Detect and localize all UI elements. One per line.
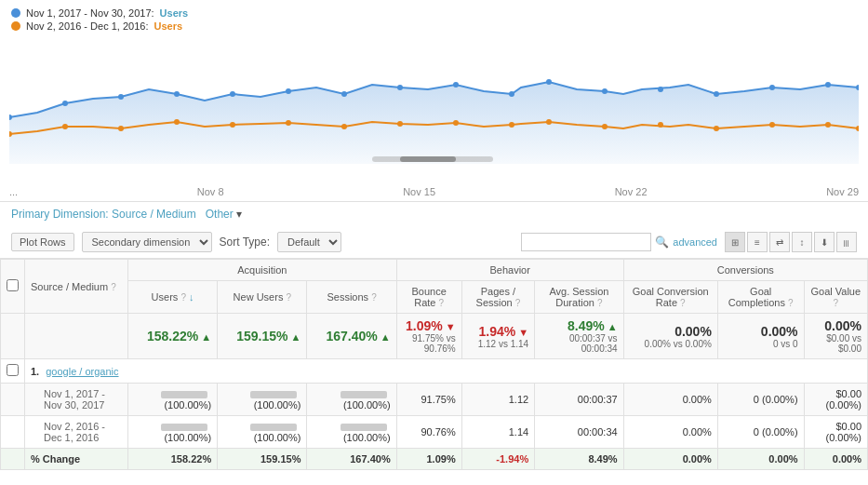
svg-point-22 — [230, 122, 235, 128]
legend-item-current: Nov 1, 2017 - Nov 30, 2017: Users — [11, 7, 188, 19]
svg-point-29 — [602, 124, 608, 129]
summary-goal-comp-sub: 0 vs 0 — [724, 339, 798, 349]
summary-users-cell: 158.22% ▲ — [127, 314, 217, 359]
new-users-help-icon[interactable]: ? — [286, 292, 291, 303]
sessions-help-icon[interactable]: ? — [371, 292, 377, 303]
row1-checkbox-cell — [1, 359, 25, 384]
pct-goal-val: 0.00% — [804, 449, 867, 470]
summary-avg-dur-cell: 8.49% ▲ 00:00:37 vs 00:00:34 — [535, 314, 623, 359]
list-view-icon[interactable]: ≡ — [747, 232, 768, 252]
sort-type-select[interactable]: Default — [277, 232, 341, 252]
summary-sessions-value: 167.40% — [326, 329, 377, 344]
row1-bar-users — [161, 391, 207, 398]
svg-point-6 — [286, 88, 291, 94]
row1-sub1-new-users: (100.00%) — [218, 384, 307, 416]
secondary-dimension-select[interactable]: Secondary dimension — [82, 232, 212, 252]
x-label-0: ... — [9, 186, 18, 197]
svg-marker-0 — [9, 82, 859, 164]
svg-point-27 — [509, 122, 514, 128]
search-input[interactable] — [521, 233, 651, 251]
summary-avg-dur-sub2: 00:00:34 — [541, 344, 617, 354]
row1-sub1-avg-dur: 00:00:37 — [535, 384, 623, 416]
users-sort-icon[interactable]: ↓ — [189, 291, 194, 303]
advanced-link[interactable]: advanced — [673, 236, 717, 248]
row1-sub1-sessions: (100.00%) — [307, 384, 396, 416]
pct-goal-conv: 0.00% — [623, 449, 717, 470]
row1-sub2-sessions: (100.00%) — [307, 416, 396, 449]
row1-sub2-bounce-rate: 90.76% — [396, 416, 461, 449]
primary-dimension-other[interactable]: Other — [206, 208, 234, 221]
row1-number: 1. — [31, 366, 39, 377]
summary-pages-cell: 1.94% ▼ 1.12 vs 1.14 — [461, 314, 534, 359]
svg-point-24 — [341, 124, 347, 129]
summary-bounce-rate-arrow: ▼ — [446, 321, 456, 332]
search-box: 🔍 advanced — [521, 233, 717, 251]
svg-point-32 — [769, 122, 775, 128]
plot-rows-button[interactable]: Plot Rows — [11, 233, 74, 251]
primary-dimension-label: Primary Dimension: — [11, 208, 109, 221]
select-all-checkbox[interactable] — [7, 279, 19, 291]
summary-goal-conv-sub: 0.00% vs 0.00% — [630, 339, 712, 349]
svg-point-26 — [453, 120, 459, 126]
bounce-rate-help-icon[interactable]: ? — [439, 298, 445, 308]
svg-point-9 — [453, 82, 459, 88]
summary-goal-conv-cell: 0.00% 0.00% vs 0.00% — [623, 314, 717, 359]
summary-row: 158.22% ▲ 159.15% ▲ 167.40% ▲ 1.09% ▼ 91… — [1, 314, 868, 359]
compare-icon[interactable]: ⇄ — [769, 232, 790, 252]
grid-view-icon[interactable]: ⊞ — [725, 232, 745, 252]
row1-sub1-goal-comp: 0 (0.00%) — [717, 384, 804, 416]
svg-point-21 — [174, 119, 180, 125]
svg-point-10 — [509, 91, 514, 97]
x-label-2: Nov 15 — [403, 186, 435, 197]
svg-point-33 — [825, 122, 831, 128]
row1-dimension-link[interactable]: google / organic — [46, 366, 118, 377]
avg-duration-help-icon[interactable]: ? — [597, 298, 603, 308]
svg-point-31 — [714, 126, 719, 131]
percent-change-row: % Change 158.22% 159.15% 167.40% 1.09% -… — [1, 449, 868, 470]
x-label-3: Nov 22 — [615, 186, 648, 197]
chart-title: SEARCH TRAFFIC — [188, 0, 782, 1]
row1-sub2-avg-dur: 00:00:34 — [535, 416, 623, 449]
dimension-help-icon[interactable]: ? — [111, 282, 116, 292]
x-label-4: Nov 29 — [826, 186, 859, 197]
row1-dimension: 1. google / organic — [25, 359, 868, 384]
svg-point-8 — [397, 85, 403, 90]
svg-point-28 — [546, 119, 552, 125]
x-label-1: Nov 8 — [197, 186, 224, 197]
goal-conv-help-icon[interactable]: ? — [680, 298, 686, 308]
summary-checkbox-cell — [1, 314, 25, 359]
users-help-icon[interactable]: ? — [180, 292, 186, 303]
sort-type-label: Sort Type: — [220, 236, 270, 249]
new-users-header: New Users ? — [218, 281, 307, 314]
goal-val-help-icon[interactable]: ? — [834, 298, 839, 308]
search-icon[interactable]: 🔍 — [655, 236, 669, 249]
avg-session-duration-header: Avg. Session Duration ? — [535, 281, 623, 314]
bounce-rate-header: Bounce Rate ? — [396, 281, 461, 314]
row1-sub1-users: (100.00%) — [127, 384, 217, 416]
svg-point-16 — [825, 82, 831, 88]
x-axis: ... Nov 8 Nov 15 Nov 22 Nov 29 — [0, 182, 868, 201]
table-row: Nov 2, 2016 - Dec 1, 2016 (100.00%) (100… — [1, 416, 868, 449]
summary-avg-dur-sub1: 00:00:37 vs — [541, 333, 617, 344]
table-row: Nov 1, 2017 - Nov 30, 2017 (100.00%) (10… — [1, 384, 868, 416]
primary-dimension-value[interactable]: Source / Medium — [112, 208, 196, 221]
summary-bounce-sub2: 90.76% — [403, 344, 456, 354]
pivot-icon[interactable]: ↕ — [792, 232, 812, 252]
download-icon[interactable]: ⬇ — [814, 232, 835, 252]
line-chart — [9, 34, 859, 164]
row1-checkbox[interactable] — [7, 364, 19, 376]
pct-sessions: 167.40% — [307, 449, 396, 470]
table-row: 1. google / organic — [1, 359, 868, 384]
svg-point-13 — [658, 87, 663, 92]
columns-icon[interactable]: ⫼ — [836, 232, 857, 252]
pages-help-icon[interactable]: ? — [515, 298, 521, 308]
row1-sub1-pages: 1.12 — [461, 384, 534, 416]
goal-comp-help-icon[interactable]: ? — [788, 298, 794, 308]
summary-avg-dur-arrow: ▲ — [608, 321, 618, 332]
users-header: Users ? ↓ — [127, 281, 217, 314]
summary-goal-conv-value: 0.00% — [674, 324, 712, 339]
summary-bounce-rate-cell: 1.09% ▼ 91.75% vs 90.76% — [396, 314, 461, 359]
row1-sub2-new-users: (100.00%) — [218, 416, 307, 449]
legend-label-current: Nov 1, 2017 - Nov 30, 2017: — [26, 7, 154, 19]
summary-goal-val-cell: 0.00% $0.00 vs $0.00 — [804, 314, 867, 359]
